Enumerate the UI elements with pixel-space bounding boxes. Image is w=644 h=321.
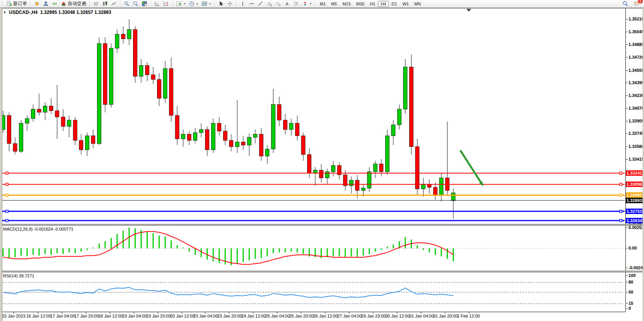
rsi-pane[interactable] <box>0 272 625 312</box>
autotrade-button[interactable]: 自动交易 <box>59 0 88 8</box>
bull-candle <box>139 65 143 76</box>
down-arrow[interactable] <box>460 150 482 185</box>
zoom-in-button[interactable] <box>122 0 131 8</box>
support-line-2-handle[interactable] <box>620 219 622 222</box>
macd-axis-tick: 0.00 <box>626 246 637 250</box>
bear-candle <box>49 106 53 111</box>
rsi-axis-tick: 50 <box>626 290 633 294</box>
resistance-line-2-handle[interactable] <box>620 183 622 185</box>
svg-text:A: A <box>285 2 289 6</box>
timeframe-button-m1[interactable]: M1 <box>317 1 328 7</box>
arrows-button[interactable]: ▼ <box>301 0 313 8</box>
templates-button[interactable]: ▼ <box>200 0 213 8</box>
navigator-button[interactable] <box>41 0 50 8</box>
signals-button[interactable] <box>50 0 59 8</box>
current-price-line-price-tag: 1.32893 <box>626 198 643 203</box>
text-button[interactable]: A <box>283 0 292 8</box>
bear-candle <box>37 109 41 112</box>
search-button[interactable] <box>621 0 630 8</box>
time-axis-label: 15 Jan 2023 <box>2 314 26 318</box>
market-watch-button[interactable] <box>32 0 41 8</box>
price-pane[interactable] <box>0 8 625 224</box>
timeframe-button-h1[interactable]: H1 <box>367 1 378 7</box>
cursor-button[interactable] <box>217 0 225 8</box>
doc-icon <box>6 1 12 7</box>
bear-candle <box>91 136 95 143</box>
toolbar-separator <box>120 1 121 7</box>
timeframe-button-w1[interactable]: W1 <box>400 1 412 7</box>
bull-candle <box>211 123 215 150</box>
timeframe-button-mn[interactable]: MN <box>412 1 424 7</box>
support-line-2-handle[interactable] <box>6 219 8 222</box>
equidistant-channel-button[interactable]: E <box>265 0 274 8</box>
bear-candle <box>301 136 305 155</box>
bull-candle <box>97 44 101 144</box>
autotrade-button-label: 自动交易 <box>68 0 86 7</box>
bear-candle <box>283 120 287 129</box>
bear-candle <box>319 170 323 178</box>
periods-button[interactable]: ▼ <box>187 0 200 8</box>
bull-candle <box>367 172 371 188</box>
timeframe-button-m5[interactable]: M5 <box>328 1 340 7</box>
new-order-button[interactable]: 新订单 <box>5 0 29 8</box>
resistance-line-1-price-tag: 1.33241 <box>626 170 643 176</box>
bull-candle <box>325 172 329 178</box>
fibonacci-button[interactable]: F <box>274 0 283 8</box>
resistance-line-2-handle[interactable] <box>6 183 8 185</box>
chevron-down-icon[interactable]: ▼ <box>196 3 198 5</box>
chevron-down-icon[interactable]: ▼ <box>183 3 186 5</box>
timeframe-button-d1[interactable]: D1 <box>389 1 400 7</box>
time-axis-label: 17 Jan 20:00 <box>74 314 99 318</box>
vline-icon <box>240 1 246 7</box>
crosshair-button[interactable] <box>225 0 234 8</box>
candle-chart-button[interactable] <box>101 0 109 8</box>
tile-windows-button[interactable] <box>140 0 149 8</box>
chevron-down-icon[interactable]: ▼ <box>309 3 312 5</box>
bear-candle <box>259 134 263 156</box>
resistance-line-1-handle[interactable] <box>6 172 8 174</box>
pivot-line-handle[interactable] <box>6 194 8 196</box>
time-axis-label: 17 Jan 04:00 <box>50 314 75 318</box>
indicators-button[interactable]: ▼ <box>174 0 187 8</box>
macd-pane[interactable] <box>0 226 625 271</box>
price-axis[interactable]: 1.352101.350451.348851.347201.345551.343… <box>625 8 642 312</box>
auto-scroll-button[interactable] <box>153 0 162 8</box>
time-axis-label: 27 Jan 04:00 <box>337 314 362 318</box>
chart-shift-marker-icon[interactable] <box>466 9 471 12</box>
resistance-line-1-handle[interactable] <box>620 172 622 174</box>
timeframe-button-m30[interactable]: M30 <box>354 1 367 7</box>
chart-shift-button[interactable] <box>162 0 171 8</box>
bull-candle <box>115 34 119 48</box>
time-axis-label: 16 Jan 12:00 <box>26 314 51 318</box>
time-axis-label: 20 Jan 12:00 <box>170 314 195 318</box>
support-line-1-handle[interactable] <box>6 210 8 212</box>
bull-candle <box>397 109 401 125</box>
bull-candle <box>421 184 425 189</box>
chevron-down-icon[interactable]: ▼ <box>209 3 211 5</box>
timeframe-button-h4[interactable]: H4 <box>378 1 389 7</box>
horizontal-line-button[interactable] <box>247 0 256 8</box>
chart-title-collapse-icon[interactable]: ▼ <box>3 11 6 14</box>
bull-candle <box>25 119 29 123</box>
support-line-1-handle[interactable] <box>620 210 622 212</box>
zoom-in-icon <box>124 1 130 7</box>
svg-text:E: E <box>270 4 272 7</box>
notifications-button[interactable]: 1 <box>632 0 641 8</box>
pane-splitter-macd[interactable] <box>0 224 644 226</box>
vertical-line-button[interactable] <box>238 0 247 8</box>
bear-candle <box>13 144 17 151</box>
toolbar-right-group: 1 <box>621 0 643 8</box>
text-label-button[interactable]: T <box>292 0 301 8</box>
time-axis-label: 23 Jan 04:00 <box>193 314 218 318</box>
zoom-out-button[interactable] <box>131 0 140 8</box>
trendline-button[interactable] <box>256 0 265 8</box>
pivot-line-handle[interactable] <box>620 194 622 196</box>
pane-splitter-rsi[interactable] <box>0 271 644 272</box>
timeframe-button-m15[interactable]: M15 <box>340 1 353 7</box>
bar-chart-button[interactable] <box>92 0 101 8</box>
line-chart-button[interactable] <box>109 0 118 8</box>
search-icon <box>622 1 628 7</box>
bear-candle <box>295 123 299 136</box>
bull-candle <box>385 136 389 172</box>
time-axis[interactable]: 15 Jan 202316 Jan 12:0017 Jan 04:0017 Ja… <box>0 312 625 321</box>
